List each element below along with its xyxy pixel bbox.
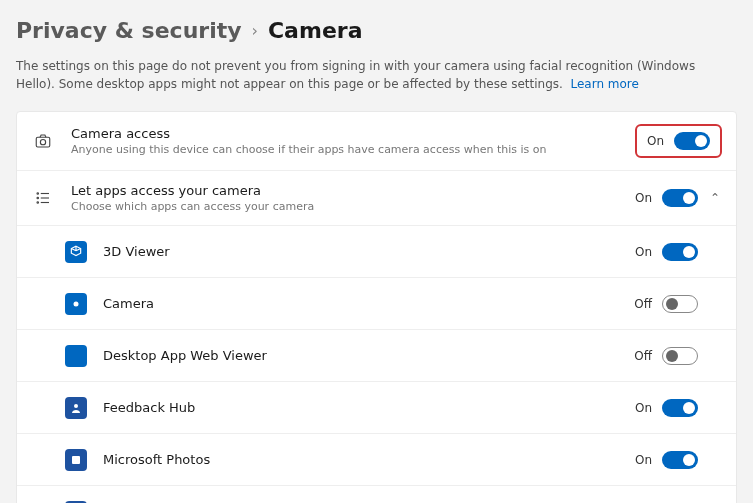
app-name: Camera — [103, 296, 634, 311]
app-row-desktop-web-viewer: Desktop App Web Viewer Off — [17, 330, 736, 382]
let-apps-state: On — [635, 191, 652, 205]
app-row-feedback-hub: Feedback Hub On — [17, 382, 736, 434]
app-toggle-camera[interactable] — [662, 295, 698, 313]
3d-viewer-icon — [65, 241, 87, 263]
app-toggle-3d-viewer[interactable] — [662, 243, 698, 261]
app-row-microsoft-photos: Microsoft Photos On — [17, 434, 736, 486]
app-state: On — [635, 245, 652, 259]
chevron-up-icon: ⌃ — [710, 191, 722, 205]
svg-point-6 — [37, 202, 39, 204]
settings-panel: Camera access Anyone using this device c… — [16, 111, 737, 503]
app-toggle-feedback-hub[interactable] — [662, 399, 698, 417]
learn-more-link[interactable]: Learn more — [570, 77, 638, 91]
let-apps-subtitle: Choose which apps can access your camera — [71, 200, 635, 213]
camera-icon — [31, 132, 55, 150]
page-description: The settings on this page do not prevent… — [16, 57, 737, 93]
app-toggle-microsoft-photos[interactable] — [662, 451, 698, 469]
svg-point-8 — [74, 301, 79, 306]
app-state: On — [635, 401, 652, 415]
app-name: Desktop App Web Viewer — [103, 348, 634, 363]
breadcrumb: Privacy & security › Camera — [16, 18, 737, 43]
feedback-hub-icon — [65, 397, 87, 419]
svg-rect-10 — [72, 456, 80, 464]
app-name: 3D Viewer — [103, 244, 635, 259]
camera-app-icon — [65, 293, 87, 315]
app-state: Off — [634, 349, 652, 363]
camera-access-state: On — [647, 134, 664, 148]
desktop-web-viewer-icon — [65, 345, 87, 367]
app-name: Microsoft Photos — [103, 452, 635, 467]
svg-rect-0 — [36, 137, 50, 147]
let-apps-toggle[interactable] — [662, 189, 698, 207]
highlighted-toggle: On — [635, 124, 722, 158]
breadcrumb-parent[interactable]: Privacy & security — [16, 18, 242, 43]
chevron-right-icon: › — [252, 21, 258, 40]
camera-access-subtitle: Anyone using this device can choose if t… — [71, 143, 635, 156]
let-apps-title: Let apps access your camera — [71, 183, 635, 198]
let-apps-row[interactable]: Let apps access your camera Choose which… — [17, 171, 736, 226]
svg-point-1 — [40, 140, 45, 145]
svg-point-2 — [37, 193, 39, 195]
page-title: Camera — [268, 18, 363, 43]
app-state: On — [635, 453, 652, 467]
list-icon — [31, 189, 55, 207]
app-row-camera: Camera Off — [17, 278, 736, 330]
svg-point-4 — [37, 197, 39, 199]
camera-access-title: Camera access — [71, 126, 635, 141]
app-row-3d-viewer: 3D Viewer On — [17, 226, 736, 278]
app-name: Feedback Hub — [103, 400, 635, 415]
camera-access-toggle[interactable] — [674, 132, 710, 150]
svg-point-9 — [74, 404, 78, 408]
app-toggle-desktop-web-viewer[interactable] — [662, 347, 698, 365]
camera-access-row: Camera access Anyone using this device c… — [17, 112, 736, 171]
app-row-microsoft-store: Microsoft Store On — [17, 486, 736, 503]
app-state: Off — [634, 297, 652, 311]
microsoft-photos-icon — [65, 449, 87, 471]
